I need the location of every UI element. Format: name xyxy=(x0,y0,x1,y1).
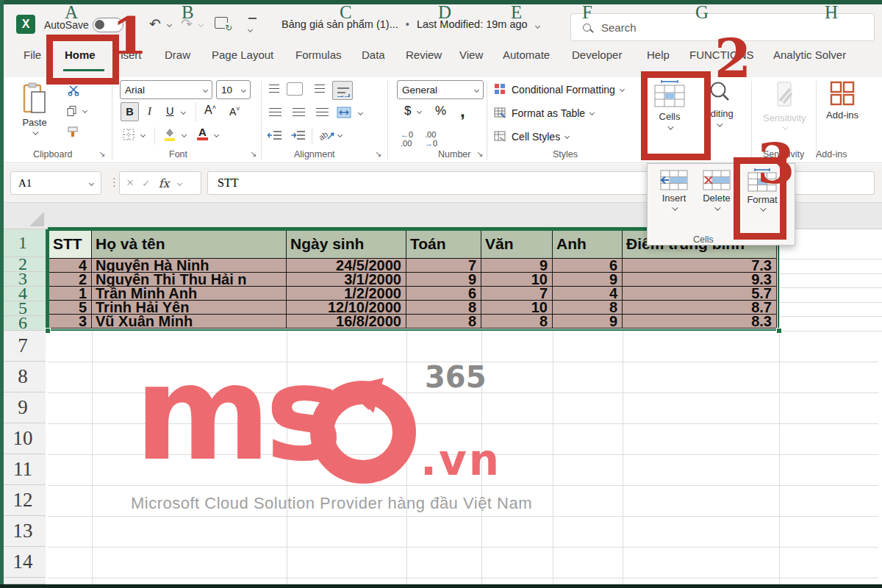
fill-color-icon[interactable] xyxy=(163,126,176,141)
wrap-text-icon[interactable] xyxy=(332,81,353,100)
tab-file[interactable]: File xyxy=(24,49,41,61)
format-as-table-button[interactable]: Format as Table xyxy=(494,107,594,119)
column-header-g[interactable]: G xyxy=(695,2,709,23)
conditional-formatting-button[interactable]: Conditional Formatting xyxy=(494,83,624,96)
row-header-2[interactable]: 2 xyxy=(0,257,46,272)
table-cell[interactable]: Nguyễn Thị Thu Hải n xyxy=(92,273,287,287)
row-header-3[interactable]: 3 xyxy=(0,272,46,287)
decrease-decimal-button[interactable]: .00→0 xyxy=(425,130,437,148)
table-cell[interactable]: 2 xyxy=(49,273,92,287)
increase-decimal-button[interactable]: ←0.00 xyxy=(401,130,413,148)
row-header-11[interactable]: 11 xyxy=(0,454,46,485)
font-dialog-launcher-icon[interactable]: ↘ xyxy=(250,149,257,159)
table-cell[interactable]: 8.7 xyxy=(623,301,777,315)
table-cell[interactable]: 8 xyxy=(406,301,481,315)
alignment-dialog-launcher-icon[interactable]: ↘ xyxy=(375,149,381,159)
delete-button[interactable]: Delete xyxy=(696,170,737,211)
ribbon-options-icon[interactable] xyxy=(248,18,257,35)
table-cell[interactable]: 7 xyxy=(481,287,553,301)
clipboard-dialog-launcher-icon[interactable]: ↘ xyxy=(98,149,105,159)
currency-chevron-icon[interactable] xyxy=(417,109,422,114)
percent-button[interactable]: % xyxy=(435,104,446,118)
row-header-6[interactable]: 6 xyxy=(0,316,46,331)
column-header-b[interactable]: B xyxy=(182,2,194,23)
number-format-combo[interactable]: General xyxy=(397,80,484,99)
column-header-h[interactable]: H xyxy=(825,2,838,23)
tab-developer[interactable]: Developer xyxy=(572,49,622,61)
row-header-1[interactable]: 1 xyxy=(0,229,46,257)
tab-data[interactable]: Data xyxy=(362,49,385,61)
row-header-7[interactable]: 7 xyxy=(0,331,46,362)
font-size-combo[interactable]: 10 xyxy=(216,80,251,99)
table-cell[interactable]: Trịnh Hải Yên xyxy=(92,301,287,315)
font-name-combo[interactable]: Arial xyxy=(120,80,212,99)
table-cell[interactable]: 1 xyxy=(49,287,92,301)
name-box[interactable]: A1 xyxy=(10,171,101,195)
copy-icon[interactable] xyxy=(66,105,78,117)
column-header-a[interactable]: A xyxy=(65,2,78,23)
header-cell[interactable]: STT xyxy=(49,231,92,259)
borders-icon[interactable] xyxy=(123,129,135,141)
header-cell[interactable]: Ngày sinh xyxy=(287,231,406,259)
table-cell[interactable]: 10 xyxy=(481,273,553,287)
select-all-corner[interactable] xyxy=(29,212,44,226)
tab-page-layout[interactable]: Page Layout xyxy=(212,49,273,61)
table-cell[interactable]: 7.3 xyxy=(623,259,777,273)
tab-formulas[interactable]: Formulas xyxy=(295,49,342,61)
table-cell[interactable]: 7 xyxy=(406,259,481,273)
copy-chevron-icon[interactable] xyxy=(82,108,87,113)
table-cell[interactable]: 16/8/2000 xyxy=(287,315,406,329)
increase-indent-icon[interactable] xyxy=(291,130,306,140)
table-cell[interactable]: 24/5/2000 xyxy=(287,259,406,273)
number-dialog-launcher-icon[interactable]: ↘ xyxy=(476,149,483,159)
save-icon[interactable]: ↻ xyxy=(215,17,228,29)
table-cell[interactable]: 6 xyxy=(553,259,623,273)
row-header-13[interactable]: 13 xyxy=(0,516,46,547)
header-cell[interactable]: Văn xyxy=(481,231,553,259)
document-title[interactable]: Bảng giá sản phẩm (1)... • Last Modified… xyxy=(282,18,539,30)
table-cell[interactable]: 8.3 xyxy=(623,315,777,329)
table-cell[interactable]: 12/10/2000 xyxy=(287,301,406,315)
row-header-9[interactable]: 9 xyxy=(0,392,46,423)
tab-help[interactable]: Help xyxy=(647,49,670,61)
table-cell[interactable]: Trần Minh Anh xyxy=(92,287,287,301)
column-header-f[interactable]: F xyxy=(582,2,592,23)
table-cell[interactable]: 1/2/2000 xyxy=(287,287,406,301)
table-cell[interactable]: 4 xyxy=(553,287,623,301)
orientation-icon[interactable]: ab xyxy=(319,127,335,142)
sensitivity-button[interactable]: Sensitivity xyxy=(763,80,806,130)
header-cell[interactable]: Toán xyxy=(406,231,481,259)
cancel-icon[interactable]: × xyxy=(126,176,134,190)
table-cell[interactable]: 3/1/2000 xyxy=(287,273,406,287)
table-cell[interactable]: 5.7 xyxy=(623,287,777,301)
align-right-icon[interactable] xyxy=(316,108,329,117)
insert-function-icon[interactable]: fx xyxy=(159,176,170,190)
row-header-10[interactable]: 10 xyxy=(0,423,46,454)
table-cell[interactable]: 3 xyxy=(49,315,92,329)
align-center-icon[interactable] xyxy=(293,108,305,117)
undo-icon[interactable]: ↶ xyxy=(149,15,161,32)
align-middle-icon[interactable] xyxy=(287,82,303,96)
table-cell[interactable]: 4 xyxy=(49,259,92,273)
comma-button[interactable]: , xyxy=(460,101,465,121)
row-header-15[interactable]: 15 xyxy=(0,578,46,584)
table-cell[interactable]: 9 xyxy=(553,315,623,329)
align-bottom-icon[interactable] xyxy=(315,85,325,93)
tab-review[interactable]: Review xyxy=(406,49,442,61)
tab-analytic-solver[interactable]: Analytic Solver xyxy=(773,49,846,61)
underline-button[interactable]: U xyxy=(166,105,173,117)
row-header-12[interactable]: 12 xyxy=(0,485,46,516)
grow-font-button[interactable]: A˄ xyxy=(204,104,216,117)
cell-styles-button[interactable]: Cell Styles xyxy=(494,130,569,143)
italic-button[interactable]: I xyxy=(148,105,151,118)
orientation-chevron-icon[interactable] xyxy=(337,132,343,137)
table-cell[interactable]: 9.3 xyxy=(623,273,777,287)
currency-button[interactable]: $ xyxy=(404,104,411,118)
borders-chevron-icon[interactable] xyxy=(140,132,146,137)
merge-chevron-icon[interactable] xyxy=(358,110,363,115)
table-cell[interactable]: 10 xyxy=(481,301,553,315)
table-cell[interactable]: Nguyễn Hà Ninh xyxy=(92,259,287,273)
undo-chevron-icon[interactable] xyxy=(167,22,172,27)
row-header-4[interactable]: 4 xyxy=(0,287,46,301)
header-cell[interactable]: Họ và tên xyxy=(92,231,287,259)
